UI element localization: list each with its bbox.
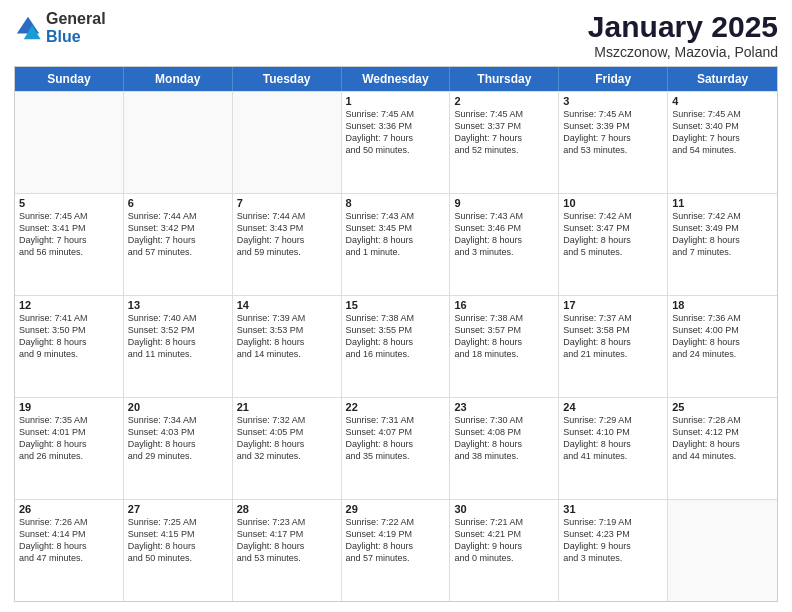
day-of-week-header: Sunday — [15, 67, 124, 91]
logo-icon — [14, 14, 42, 42]
title-block: January 2025 Mszczonow, Mazovia, Poland — [588, 10, 778, 60]
day-info: Sunrise: 7:45 AM Sunset: 3:39 PM Dayligh… — [563, 108, 663, 157]
calendar-day-cell: 16Sunrise: 7:38 AM Sunset: 3:57 PM Dayli… — [450, 296, 559, 397]
calendar-week-row: 5Sunrise: 7:45 AM Sunset: 3:41 PM Daylig… — [15, 193, 777, 295]
calendar-day-cell: 29Sunrise: 7:22 AM Sunset: 4:19 PM Dayli… — [342, 500, 451, 601]
calendar-day-cell: 2Sunrise: 7:45 AM Sunset: 3:37 PM Daylig… — [450, 92, 559, 193]
calendar-day-cell: 15Sunrise: 7:38 AM Sunset: 3:55 PM Dayli… — [342, 296, 451, 397]
day-number: 15 — [346, 299, 446, 311]
main-title: January 2025 — [588, 10, 778, 44]
day-info: Sunrise: 7:32 AM Sunset: 4:05 PM Dayligh… — [237, 414, 337, 463]
calendar-day-cell: 19Sunrise: 7:35 AM Sunset: 4:01 PM Dayli… — [15, 398, 124, 499]
day-number: 17 — [563, 299, 663, 311]
day-number: 21 — [237, 401, 337, 413]
day-of-week-header: Monday — [124, 67, 233, 91]
day-number: 5 — [19, 197, 119, 209]
calendar-day-cell: 5Sunrise: 7:45 AM Sunset: 3:41 PM Daylig… — [15, 194, 124, 295]
day-info: Sunrise: 7:45 AM Sunset: 3:40 PM Dayligh… — [672, 108, 773, 157]
calendar-day-cell — [124, 92, 233, 193]
calendar-day-cell: 22Sunrise: 7:31 AM Sunset: 4:07 PM Dayli… — [342, 398, 451, 499]
calendar-day-cell: 31Sunrise: 7:19 AM Sunset: 4:23 PM Dayli… — [559, 500, 668, 601]
logo-blue: Blue — [46, 28, 81, 45]
day-info: Sunrise: 7:36 AM Sunset: 4:00 PM Dayligh… — [672, 312, 773, 361]
day-number: 11 — [672, 197, 773, 209]
calendar-body: 1Sunrise: 7:45 AM Sunset: 3:36 PM Daylig… — [15, 91, 777, 601]
logo-general: General — [46, 10, 106, 27]
day-number: 23 — [454, 401, 554, 413]
day-number: 28 — [237, 503, 337, 515]
day-of-week-header: Saturday — [668, 67, 777, 91]
calendar-day-cell: 27Sunrise: 7:25 AM Sunset: 4:15 PM Dayli… — [124, 500, 233, 601]
logo: General Blue — [14, 10, 106, 46]
calendar-week-row: 12Sunrise: 7:41 AM Sunset: 3:50 PM Dayli… — [15, 295, 777, 397]
calendar-day-cell: 10Sunrise: 7:42 AM Sunset: 3:47 PM Dayli… — [559, 194, 668, 295]
header: General Blue January 2025 Mszczonow, Maz… — [14, 10, 778, 60]
calendar-day-cell: 23Sunrise: 7:30 AM Sunset: 4:08 PM Dayli… — [450, 398, 559, 499]
calendar-day-cell: 1Sunrise: 7:45 AM Sunset: 3:36 PM Daylig… — [342, 92, 451, 193]
day-info: Sunrise: 7:38 AM Sunset: 3:55 PM Dayligh… — [346, 312, 446, 361]
calendar-header: SundayMondayTuesdayWednesdayThursdayFrid… — [15, 67, 777, 91]
calendar-day-cell: 25Sunrise: 7:28 AM Sunset: 4:12 PM Dayli… — [668, 398, 777, 499]
calendar-week-row: 1Sunrise: 7:45 AM Sunset: 3:36 PM Daylig… — [15, 91, 777, 193]
day-number: 12 — [19, 299, 119, 311]
day-number: 19 — [19, 401, 119, 413]
day-info: Sunrise: 7:45 AM Sunset: 3:36 PM Dayligh… — [346, 108, 446, 157]
day-info: Sunrise: 7:35 AM Sunset: 4:01 PM Dayligh… — [19, 414, 119, 463]
day-number: 26 — [19, 503, 119, 515]
day-number: 4 — [672, 95, 773, 107]
day-number: 8 — [346, 197, 446, 209]
day-info: Sunrise: 7:45 AM Sunset: 3:37 PM Dayligh… — [454, 108, 554, 157]
calendar-day-cell: 3Sunrise: 7:45 AM Sunset: 3:39 PM Daylig… — [559, 92, 668, 193]
day-number: 20 — [128, 401, 228, 413]
calendar-day-cell — [233, 92, 342, 193]
day-number: 30 — [454, 503, 554, 515]
calendar-day-cell: 4Sunrise: 7:45 AM Sunset: 3:40 PM Daylig… — [668, 92, 777, 193]
day-number: 16 — [454, 299, 554, 311]
day-number: 27 — [128, 503, 228, 515]
day-info: Sunrise: 7:44 AM Sunset: 3:43 PM Dayligh… — [237, 210, 337, 259]
day-info: Sunrise: 7:38 AM Sunset: 3:57 PM Dayligh… — [454, 312, 554, 361]
day-info: Sunrise: 7:42 AM Sunset: 3:47 PM Dayligh… — [563, 210, 663, 259]
day-number: 3 — [563, 95, 663, 107]
page: General Blue January 2025 Mszczonow, Maz… — [0, 0, 792, 612]
day-number: 9 — [454, 197, 554, 209]
day-of-week-header: Tuesday — [233, 67, 342, 91]
day-info: Sunrise: 7:42 AM Sunset: 3:49 PM Dayligh… — [672, 210, 773, 259]
logo-text: General Blue — [46, 10, 106, 46]
calendar-day-cell: 6Sunrise: 7:44 AM Sunset: 3:42 PM Daylig… — [124, 194, 233, 295]
day-info: Sunrise: 7:29 AM Sunset: 4:10 PM Dayligh… — [563, 414, 663, 463]
day-info: Sunrise: 7:26 AM Sunset: 4:14 PM Dayligh… — [19, 516, 119, 565]
day-number: 1 — [346, 95, 446, 107]
calendar-day-cell: 12Sunrise: 7:41 AM Sunset: 3:50 PM Dayli… — [15, 296, 124, 397]
subtitle: Mszczonow, Mazovia, Poland — [588, 44, 778, 60]
calendar-day-cell: 20Sunrise: 7:34 AM Sunset: 4:03 PM Dayli… — [124, 398, 233, 499]
day-info: Sunrise: 7:37 AM Sunset: 3:58 PM Dayligh… — [563, 312, 663, 361]
day-number: 24 — [563, 401, 663, 413]
day-info: Sunrise: 7:25 AM Sunset: 4:15 PM Dayligh… — [128, 516, 228, 565]
day-of-week-header: Thursday — [450, 67, 559, 91]
day-number: 10 — [563, 197, 663, 209]
calendar-day-cell: 17Sunrise: 7:37 AM Sunset: 3:58 PM Dayli… — [559, 296, 668, 397]
day-info: Sunrise: 7:23 AM Sunset: 4:17 PM Dayligh… — [237, 516, 337, 565]
day-number: 6 — [128, 197, 228, 209]
day-number: 31 — [563, 503, 663, 515]
calendar-week-row: 26Sunrise: 7:26 AM Sunset: 4:14 PM Dayli… — [15, 499, 777, 601]
day-info: Sunrise: 7:39 AM Sunset: 3:53 PM Dayligh… — [237, 312, 337, 361]
day-info: Sunrise: 7:40 AM Sunset: 3:52 PM Dayligh… — [128, 312, 228, 361]
calendar-day-cell: 24Sunrise: 7:29 AM Sunset: 4:10 PM Dayli… — [559, 398, 668, 499]
day-number: 13 — [128, 299, 228, 311]
day-of-week-header: Friday — [559, 67, 668, 91]
day-info: Sunrise: 7:43 AM Sunset: 3:45 PM Dayligh… — [346, 210, 446, 259]
day-info: Sunrise: 7:22 AM Sunset: 4:19 PM Dayligh… — [346, 516, 446, 565]
calendar-day-cell: 8Sunrise: 7:43 AM Sunset: 3:45 PM Daylig… — [342, 194, 451, 295]
calendar-day-cell: 9Sunrise: 7:43 AM Sunset: 3:46 PM Daylig… — [450, 194, 559, 295]
calendar-day-cell: 18Sunrise: 7:36 AM Sunset: 4:00 PM Dayli… — [668, 296, 777, 397]
day-number: 14 — [237, 299, 337, 311]
day-number: 25 — [672, 401, 773, 413]
calendar-day-cell: 14Sunrise: 7:39 AM Sunset: 3:53 PM Dayli… — [233, 296, 342, 397]
day-info: Sunrise: 7:31 AM Sunset: 4:07 PM Dayligh… — [346, 414, 446, 463]
day-info: Sunrise: 7:21 AM Sunset: 4:21 PM Dayligh… — [454, 516, 554, 565]
day-info: Sunrise: 7:45 AM Sunset: 3:41 PM Dayligh… — [19, 210, 119, 259]
day-info: Sunrise: 7:41 AM Sunset: 3:50 PM Dayligh… — [19, 312, 119, 361]
calendar-day-cell: 21Sunrise: 7:32 AM Sunset: 4:05 PM Dayli… — [233, 398, 342, 499]
